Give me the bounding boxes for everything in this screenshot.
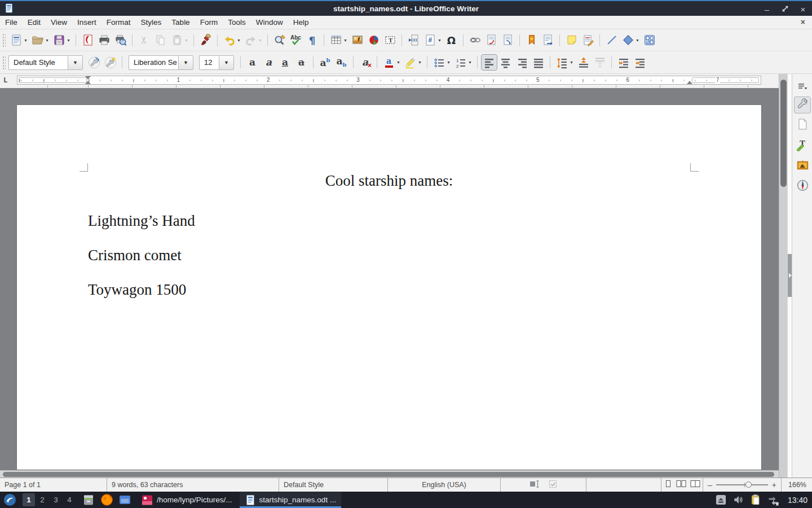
close-icon[interactable]: × (798, 5, 807, 14)
chevron-down-icon[interactable]: ▾ (343, 38, 348, 43)
hyperlink-button[interactable] (467, 33, 483, 48)
applications-menu-icon[interactable] (2, 493, 17, 507)
menu-item-help[interactable]: Help (288, 16, 314, 29)
open-button[interactable]: ▾ (30, 33, 50, 48)
menu-item-window[interactable]: Window (251, 16, 288, 29)
endnote-button[interactable] (500, 33, 515, 48)
paragraph-style-combo[interactable]: Default Style ▼ (8, 55, 83, 70)
toolbar-grip[interactable] (2, 33, 6, 47)
basic-shapes-button[interactable]: ▾ (620, 33, 641, 48)
font-name-value[interactable]: Liberation Se (129, 55, 178, 70)
export-pdf-button[interactable] (80, 33, 95, 48)
sidebar-tab-properties[interactable] (795, 97, 810, 113)
document-content[interactable]: Cool starship names: Lightning’s HandCri… (88, 172, 690, 315)
superscript-button[interactable]: ab (317, 55, 333, 70)
firefox-icon[interactable] (99, 493, 114, 507)
chevron-down-icon[interactable]: ▾ (467, 60, 473, 65)
chevron-down-icon[interactable]: ▼ (178, 55, 193, 70)
font-size-combo[interactable]: 12▼ (199, 55, 234, 70)
left-indent-marker[interactable] (85, 81, 91, 84)
insert-line-button[interactable] (604, 33, 619, 48)
first-line-indent-marker[interactable] (85, 76, 91, 80)
menu-item-table[interactable]: Table (166, 16, 195, 29)
restore-icon[interactable] (780, 5, 789, 14)
chevron-down-icon[interactable]: ▾ (258, 38, 263, 43)
view-multi-icon[interactable] (676, 480, 687, 490)
bold-button[interactable]: a (245, 55, 260, 70)
special-character-button[interactable]: Ω (444, 33, 459, 48)
clipboard-manager-tray-icon[interactable] (750, 494, 762, 506)
page-break-button[interactable] (406, 33, 421, 48)
word-count-status[interactable]: 9 words, 63 characters (107, 478, 279, 492)
underline-button[interactable]: a (277, 55, 293, 70)
find-replace-button[interactable] (272, 33, 287, 48)
chevron-down-icon[interactable]: ▼ (219, 55, 234, 70)
page-style-status[interactable]: Default Style (279, 478, 388, 492)
sidebar-tab-page[interactable] (795, 117, 810, 133)
increase-paragraph-spacing-button[interactable] (576, 55, 591, 70)
close-document-icon[interactable]: × (801, 17, 805, 27)
sidebar-tab-navigator[interactable] (795, 178, 810, 194)
volume-tray-icon[interactable] (732, 494, 744, 506)
redo-button[interactable]: ▾ (243, 33, 263, 48)
document-page[interactable]: Cool starship names: Lightning’s HandCri… (17, 105, 761, 470)
document-paragraph[interactable]: Crismon comet (88, 246, 690, 265)
clone-formatting-button[interactable] (198, 33, 213, 48)
taskbar-window-button[interactable]: /home/lynp/Pictures/... (136, 492, 237, 507)
draw-functions-button[interactable] (642, 33, 657, 48)
sidebar-tab-gallery[interactable] (795, 158, 810, 174)
decrease-indent-button[interactable] (632, 55, 647, 70)
line-spacing-button[interactable]: ▾ (554, 55, 575, 70)
bookmark-button[interactable] (524, 33, 539, 48)
document-paragraph[interactable]: Toywagon 1500 (88, 281, 690, 299)
chevron-down-icon[interactable]: ▾ (23, 38, 28, 43)
sidebar-tab-sidebar-settings[interactable] (795, 80, 810, 95)
network-tray-icon[interactable] (767, 494, 780, 506)
italic-button[interactable]: a (261, 55, 276, 70)
insert-table-button[interactable]: ▾ (328, 33, 348, 48)
toolbar-grip[interactable] (2, 55, 6, 70)
menu-item-format[interactable]: Format (102, 16, 136, 29)
chevron-down-icon[interactable]: ▾ (437, 38, 442, 43)
new-document-button[interactable]: ▾ (8, 33, 29, 48)
footnote-button[interactable] (484, 33, 499, 48)
insert-comment-button[interactable] (564, 33, 579, 48)
insert-textbox-button[interactable]: T (382, 33, 398, 48)
eject-tray-icon[interactable] (715, 494, 727, 506)
track-changes-button[interactable] (580, 33, 595, 48)
strikethrough-button[interactable]: a (294, 55, 309, 70)
view-single-icon[interactable] (664, 480, 673, 490)
update-style-button[interactable] (86, 55, 102, 70)
horizontal-ruler[interactable]: 1234567 (17, 76, 761, 85)
align-justify-button[interactable] (531, 55, 546, 70)
insert-field-button[interactable]: #▾ (422, 33, 443, 48)
copy-button[interactable] (153, 33, 168, 48)
sidebar-tab-styles[interactable]: T (795, 138, 810, 154)
menu-item-form[interactable]: Form (195, 16, 223, 29)
font-color-button[interactable]: a▾ (381, 55, 401, 70)
language-status[interactable]: English (USA) (388, 478, 501, 492)
spelling-button[interactable]: Abc (288, 33, 303, 48)
print-preview-button[interactable] (113, 33, 128, 48)
chevron-down-icon[interactable]: ▾ (45, 38, 50, 43)
workspace-3[interactable]: 3 (50, 493, 62, 506)
document-paragraph[interactable]: Lightning’s Hand (88, 212, 690, 230)
align-center-button[interactable] (498, 55, 513, 70)
overwrite-mode-icon[interactable] (529, 480, 541, 490)
undo-button[interactable]: ▾ (222, 33, 242, 48)
decrease-paragraph-spacing-button[interactable] (592, 55, 607, 70)
chevron-down-icon[interactable]: ▼ (68, 55, 83, 70)
font-size-value[interactable]: 12 (199, 55, 219, 70)
clear-formatting-button[interactable]: a× (358, 55, 373, 70)
increase-indent-button[interactable] (616, 55, 631, 70)
zoom-slider[interactable] (716, 484, 768, 485)
document-heading[interactable]: Cool starship names: (88, 172, 690, 190)
menu-item-edit[interactable]: Edit (23, 16, 46, 29)
cut-button[interactable]: ✂ (136, 33, 152, 48)
align-right-button[interactable] (514, 55, 529, 70)
view-book-icon[interactable] (690, 480, 701, 490)
chevron-down-icon[interactable]: ▾ (66, 38, 71, 43)
menu-item-insert[interactable]: Insert (72, 16, 102, 29)
chevron-down-icon[interactable]: ▾ (184, 38, 189, 43)
vertical-scrollbar-thumb[interactable] (780, 80, 787, 187)
